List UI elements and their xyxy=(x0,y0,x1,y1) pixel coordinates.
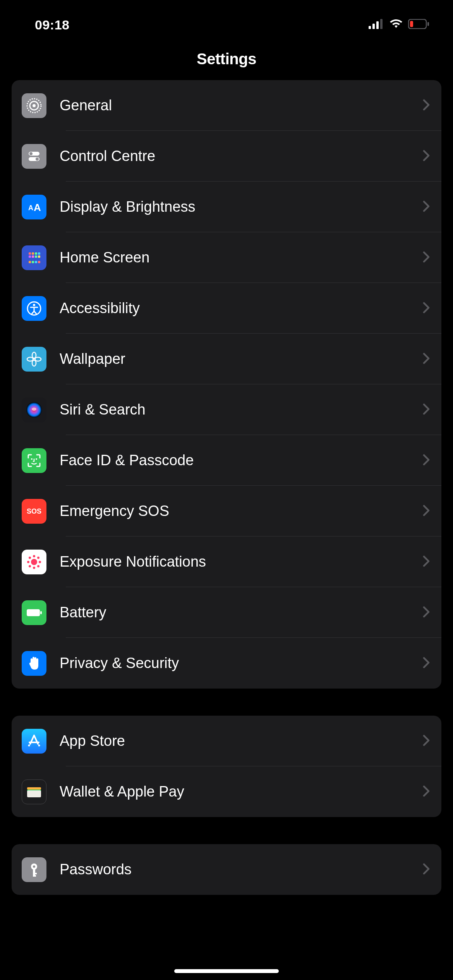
row-privacy-security[interactable]: Privacy & Security xyxy=(12,638,441,689)
svg-point-45 xyxy=(29,557,31,559)
svg-rect-6 xyxy=(427,22,429,26)
row-accessibility[interactable]: Accessibility xyxy=(12,283,441,334)
svg-rect-19 xyxy=(38,252,40,255)
svg-text:A: A xyxy=(34,202,41,213)
svg-point-44 xyxy=(39,561,41,563)
chevron-right-icon xyxy=(423,302,430,315)
svg-rect-16 xyxy=(29,252,31,255)
svg-point-36 xyxy=(32,408,36,411)
page-header: Settings xyxy=(0,39,453,80)
settings-group-1: General Control Centre A xyxy=(12,80,441,689)
svg-point-33 xyxy=(27,357,33,361)
svg-point-42 xyxy=(33,567,35,569)
svg-point-58 xyxy=(33,865,35,868)
row-faceid-passcode[interactable]: Face ID & Passcode xyxy=(12,435,441,486)
svg-point-34 xyxy=(35,357,41,361)
wallet-icon xyxy=(22,780,46,804)
svg-text:SOS: SOS xyxy=(27,507,41,515)
row-battery[interactable]: Battery xyxy=(12,587,441,638)
row-label: Exposure Notifications xyxy=(60,553,423,570)
row-display-brightness[interactable]: A A Display & Brightness xyxy=(12,182,441,232)
battery-icon xyxy=(22,600,46,625)
row-label: Wallpaper xyxy=(60,351,423,367)
svg-rect-27 xyxy=(38,261,40,263)
svg-point-29 xyxy=(33,304,35,306)
toggles-icon xyxy=(22,144,46,169)
accessibility-icon xyxy=(22,296,46,321)
page-title: Settings xyxy=(0,50,453,68)
chevron-right-icon xyxy=(423,606,430,619)
svg-point-48 xyxy=(37,565,39,567)
row-label: Control Centre xyxy=(60,148,423,164)
svg-point-40 xyxy=(31,559,37,565)
chevron-right-icon xyxy=(423,200,430,214)
chevron-right-icon xyxy=(423,555,430,569)
svg-rect-24 xyxy=(29,261,31,263)
row-general[interactable]: General xyxy=(12,80,441,131)
siri-icon xyxy=(22,397,46,422)
row-label: App Store xyxy=(60,733,423,749)
row-app-store[interactable]: App Store xyxy=(12,716,441,766)
svg-rect-18 xyxy=(35,252,37,255)
svg-point-52 xyxy=(38,744,40,746)
settings-group-2: App Store Wallet & Apple Pay xyxy=(12,716,441,817)
row-emergency-sos[interactable]: SOS Emergency SOS xyxy=(12,486,441,536)
wifi-icon xyxy=(389,19,403,31)
row-label: Home Screen xyxy=(60,249,423,266)
row-label: Passwords xyxy=(60,861,423,878)
row-label: Privacy & Security xyxy=(60,655,423,672)
svg-point-46 xyxy=(37,557,39,559)
svg-rect-20 xyxy=(29,255,31,258)
row-wallpaper[interactable]: Wallpaper xyxy=(12,334,441,384)
svg-rect-5 xyxy=(410,21,413,27)
row-label: Wallet & Apple Pay xyxy=(60,783,423,800)
svg-point-47 xyxy=(29,565,31,567)
svg-point-38 xyxy=(36,458,37,460)
status-bar: 09:18 xyxy=(0,0,453,39)
row-wallet-apple-pay[interactable]: Wallet & Apple Pay xyxy=(12,766,441,817)
chevron-right-icon xyxy=(423,353,430,366)
cellular-icon xyxy=(369,19,384,31)
battery-low-icon xyxy=(408,19,430,31)
row-label: Siri & Search xyxy=(60,401,423,418)
flower-icon xyxy=(22,347,46,372)
text-size-icon: A A xyxy=(22,195,46,219)
settings-group-3: Passwords xyxy=(12,844,441,895)
chevron-right-icon xyxy=(423,99,430,112)
chevron-right-icon xyxy=(423,735,430,748)
svg-point-11 xyxy=(29,152,33,155)
svg-text:A: A xyxy=(28,204,33,212)
svg-rect-25 xyxy=(32,261,34,263)
home-indicator[interactable] xyxy=(174,969,279,973)
svg-rect-56 xyxy=(27,790,41,797)
chevron-right-icon xyxy=(423,454,430,467)
hand-icon xyxy=(22,651,46,676)
faceid-icon xyxy=(22,448,46,473)
sos-icon: SOS xyxy=(22,499,46,524)
row-home-screen[interactable]: Home Screen xyxy=(12,232,441,283)
appstore-icon xyxy=(22,729,46,754)
chevron-right-icon xyxy=(423,251,430,264)
chevron-right-icon xyxy=(423,403,430,416)
row-exposure-notifications[interactable]: Exposure Notifications xyxy=(12,536,441,587)
svg-point-9 xyxy=(33,104,36,107)
svg-rect-22 xyxy=(35,255,37,258)
row-passwords[interactable]: Passwords xyxy=(12,844,441,895)
row-label: Face ID & Passcode xyxy=(60,452,423,469)
svg-point-41 xyxy=(33,555,35,557)
key-icon xyxy=(22,857,46,882)
chevron-right-icon xyxy=(423,863,430,876)
settings-content: General Control Centre A xyxy=(0,80,453,895)
svg-point-43 xyxy=(27,561,29,563)
row-control-centre[interactable]: Control Centre xyxy=(12,131,441,182)
row-siri-search[interactable]: Siri & Search xyxy=(12,384,441,435)
row-label: Accessibility xyxy=(60,300,423,317)
chevron-right-icon xyxy=(423,657,430,670)
svg-rect-50 xyxy=(40,611,42,614)
svg-rect-2 xyxy=(376,21,379,29)
svg-rect-17 xyxy=(32,252,34,255)
svg-rect-26 xyxy=(35,261,37,263)
svg-rect-21 xyxy=(32,255,34,258)
row-label: Battery xyxy=(60,604,423,621)
svg-point-13 xyxy=(36,158,39,161)
